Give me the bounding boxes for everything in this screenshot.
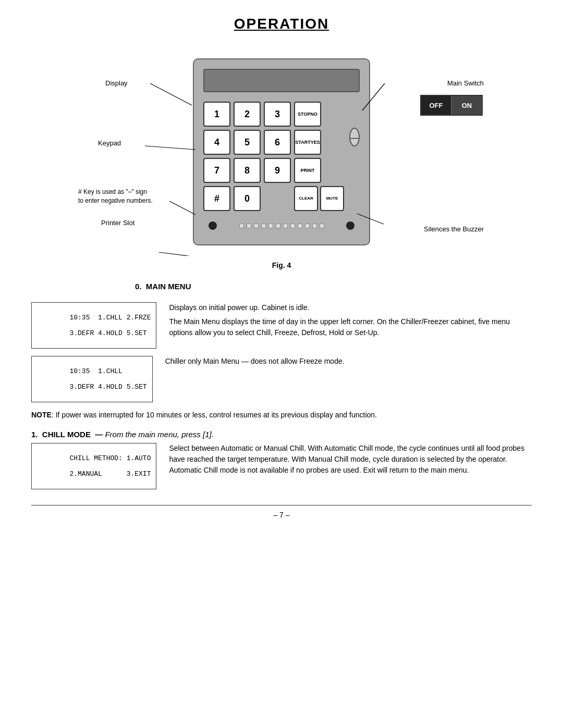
key-2[interactable]: 2 — [234, 102, 261, 127]
key-9[interactable]: 9 — [264, 158, 291, 183]
chill-mode-row1: CHILL METHOD: 1.AUTO 2.MANUAL 3.EXIT Sel… — [31, 443, 532, 489]
printer-dot — [312, 224, 317, 228]
printer-dot — [320, 224, 324, 228]
printer-dot — [261, 224, 266, 228]
switch-box[interactable]: OFF ON — [420, 95, 483, 116]
printer-dot — [239, 224, 244, 228]
printer-slot — [203, 218, 360, 233]
main-menu-row1: 10:35 1.CHLL 2.FRZE 3.DEFR 4.HOLD 5.SET … — [31, 302, 532, 349]
chill-mode-title: 1. CHILL MODE — From the main menu, pres… — [31, 430, 532, 439]
key-print[interactable]: PRINT — [294, 158, 321, 183]
printer-dot — [254, 224, 259, 228]
section-main-menu: 0. MAIN MENU 10:35 1.CHLL 2.FRZE 3.DEFR … — [31, 282, 532, 421]
main-menu-note: NOTE: If power was interrupted for 10 mi… — [31, 410, 532, 421]
page: OPERATION Display Keypad — [0, 0, 563, 728]
key-mute[interactable]: MUTE — [320, 186, 344, 211]
display-box-1: 10:35 1.CHLL 2.FRZE 3.DEFR 4.HOLD 5.SET — [31, 302, 156, 349]
keypad-grid: 1 2 3 4 5 6 7 8 9 # — [203, 102, 291, 211]
main-switch-area: OFF ON — [420, 95, 483, 116]
key-6[interactable]: 6 — [264, 130, 291, 155]
key-hash[interactable]: # — [203, 186, 230, 211]
section-chill-mode: 1. CHILL MODE — From the main menu, pres… — [31, 430, 532, 489]
main-menu-text3: Chiller only Main Menu — does not allow … — [165, 356, 532, 367]
switch-off[interactable]: OFF — [421, 96, 452, 115]
printer-dot — [268, 224, 273, 228]
main-menu-row2: 10:35 1.CHLL 3.DEFR 4.HOLD 5.SET Chiller… — [31, 356, 532, 402]
diagram-container: Display Keypad # Key is used as "–" sign… — [78, 48, 485, 256]
main-menu-text1: Displays on initial power up. Cabinet is… — [169, 302, 532, 338]
diagram-area: Display Keypad # Key is used as "–" sign… — [31, 48, 532, 256]
display-box-chill: CHILL METHOD: 1.AUTO 2.MANUAL 3.EXIT — [31, 443, 156, 489]
key-stop-no[interactable]: STOP NO — [294, 102, 321, 127]
main-menu-intro: 0. MAIN MENU — [135, 282, 191, 295]
key-3[interactable]: 3 — [264, 102, 291, 127]
key-clear[interactable]: CLEAR — [294, 186, 318, 211]
display-box-2: 10:35 1.CHLL 3.DEFR 4.HOLD 5.SET — [31, 356, 153, 402]
clear-mute-row: CLEAR MUTE — [294, 186, 344, 211]
key-placeholder — [264, 186, 291, 211]
page-title: OPERATION — [31, 16, 532, 32]
main-menu-header-row: 0. MAIN MENU — [31, 282, 532, 295]
page-number: – 7 – — [31, 511, 532, 519]
key-circle[interactable]: — — [349, 128, 360, 146]
printer-dot — [305, 224, 310, 228]
printer-dot — [283, 224, 288, 228]
key-start-yes[interactable]: START YES — [294, 130, 321, 155]
switch-on[interactable]: ON — [452, 96, 482, 115]
printer-dot-left — [209, 221, 217, 230]
fig-caption: Fig. 4 — [31, 261, 532, 269]
chill-mode-text: Select between Automatic or Manual Chill… — [169, 443, 532, 476]
main-menu-title: 0. MAIN MENU — [135, 282, 191, 291]
printer-dot-right — [346, 221, 354, 230]
display-screen — [203, 69, 360, 92]
keypad-and-side: 1 2 3 4 5 6 7 8 9 # — [203, 102, 360, 211]
bottom-rule — [31, 505, 532, 505]
key-0[interactable]: 0 — [234, 186, 261, 211]
side-buttons: STOP NO START YES PRINT — [294, 102, 344, 211]
printer-dot — [290, 224, 295, 228]
printer-dots — [239, 224, 324, 228]
printer-dot — [276, 224, 280, 228]
key-1[interactable]: 1 — [203, 102, 230, 127]
key-5[interactable]: 5 — [234, 130, 261, 155]
control-panel: 1 2 3 4 5 6 7 8 9 # — [193, 58, 370, 245]
control-panel-outer: 1 2 3 4 5 6 7 8 9 # — [78, 48, 485, 256]
printer-dot — [298, 224, 302, 228]
key-4[interactable]: 4 — [203, 130, 230, 155]
key-7[interactable]: 7 — [203, 158, 230, 183]
key-8[interactable]: 8 — [234, 158, 261, 183]
printer-dot — [247, 224, 251, 228]
